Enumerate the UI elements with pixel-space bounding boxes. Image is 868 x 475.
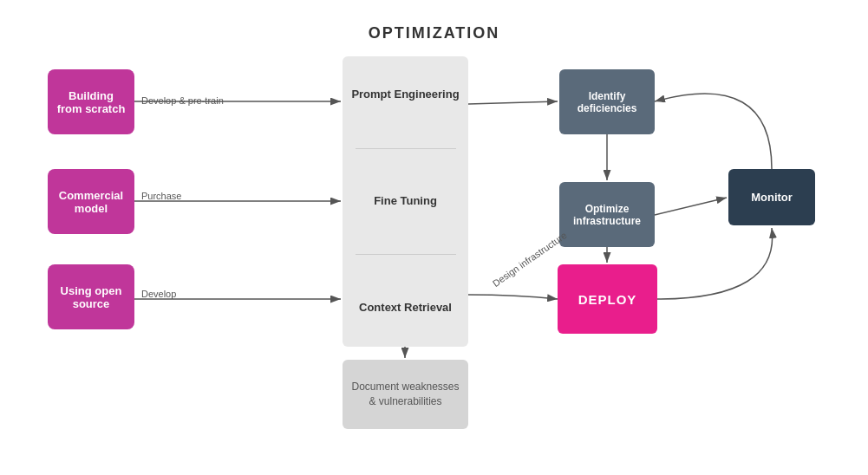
svg-line-6 [468, 101, 558, 104]
box-document: Document weaknesses & vulnerabilities [343, 360, 468, 429]
svg-line-10 [655, 198, 727, 215]
diagram-title: OPTIMIZATION [369, 24, 500, 42]
center-fine: Fine Tuning [374, 194, 437, 209]
label-develop-pretrain: Develop & pre-train [141, 95, 224, 106]
diagram: OPTIMIZATION Building from scratch Comme… [0, 0, 868, 475]
box-identify: Identify deficiencies [559, 69, 655, 134]
divider-2 [356, 254, 456, 255]
center-panel: Prompt Engineering Fine Tuning Context R… [343, 56, 468, 347]
center-prompt: Prompt Engineering [351, 88, 459, 102]
box-deploy: DEPLOY [558, 264, 657, 334]
box-commercial: Commercial model [48, 169, 134, 234]
divider-1 [356, 148, 456, 149]
box-opensource: Using open source [48, 264, 134, 329]
box-building: Building from scratch [48, 69, 134, 134]
label-develop: Develop [141, 289, 176, 299]
center-context: Context Retrieval [359, 301, 452, 316]
box-optimize: Optimize infrastructure [559, 182, 655, 247]
label-purchase: Purchase [141, 191, 181, 201]
box-monitor: Monitor [728, 169, 815, 225]
